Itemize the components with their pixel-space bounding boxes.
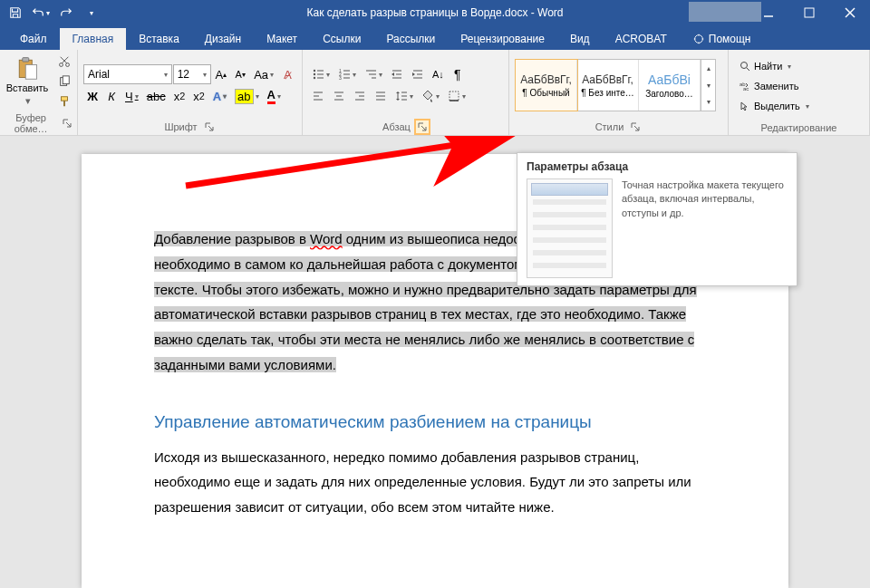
- font-name-selector[interactable]: Arial▾: [83, 64, 172, 84]
- sort-icon[interactable]: A↓: [429, 64, 448, 84]
- svg-text:3: 3: [339, 75, 342, 81]
- align-center-icon[interactable]: [329, 86, 349, 106]
- tab-file[interactable]: Файл: [7, 28, 60, 50]
- gallery-up-icon[interactable]: ▴: [701, 60, 715, 77]
- body-paragraph[interactable]: Исходя из вышесказанного, нередко помимо…: [154, 445, 716, 520]
- tab-home[interactable]: Главная: [60, 28, 127, 50]
- tab-review[interactable]: Рецензирование: [448, 28, 557, 50]
- change-case-icon[interactable]: Aa▾: [250, 64, 277, 84]
- styles-launcher-icon[interactable]: [629, 120, 642, 133]
- select-button[interactable]: Выделить▾: [736, 97, 813, 115]
- document-heading[interactable]: Управление автоматическим разбиением на …: [154, 412, 716, 432]
- tab-mailings[interactable]: Рассылки: [373, 28, 448, 50]
- quick-access-toolbar: ▾ ▾: [0, 1, 107, 24]
- tab-references[interactable]: Ссылки: [310, 28, 373, 50]
- line-spacing-icon[interactable]: ▾: [392, 86, 417, 106]
- gallery-more-icon[interactable]: ▾: [701, 93, 715, 111]
- multilevel-icon[interactable]: ▾: [361, 64, 386, 84]
- show-marks-icon[interactable]: ¶: [449, 64, 467, 84]
- svg-rect-14: [63, 101, 65, 106]
- save-icon[interactable]: [4, 1, 27, 24]
- spell-error: Word: [310, 231, 343, 246]
- tell-me[interactable]: Помощн: [680, 28, 764, 50]
- font-size-selector[interactable]: 12▾: [173, 64, 211, 84]
- subscript-button[interactable]: x2: [170, 86, 189, 106]
- styles-gallery: АаБбВвГг, ¶ Обычный АаБбВвГг, ¶ Без инте…: [515, 59, 716, 111]
- grow-font-icon[interactable]: A▴: [212, 64, 231, 84]
- tooltip-text: Точная настройка макета текущего абзаца,…: [622, 178, 788, 278]
- tab-insert[interactable]: Вставка: [126, 28, 192, 50]
- font-launcher-icon[interactable]: [203, 120, 216, 133]
- svg-point-15: [314, 70, 315, 72]
- find-button[interactable]: Найти▾: [736, 57, 813, 75]
- align-left-icon[interactable]: [308, 86, 328, 106]
- share-area: [689, 2, 761, 22]
- copy-icon[interactable]: [53, 72, 75, 91]
- indent-increase-icon[interactable]: [408, 64, 428, 84]
- ribbon-tabs: Файл Главная Вставка Дизайн Макет Ссылки…: [0, 25, 870, 50]
- clear-format-icon[interactable]: A̷: [278, 64, 296, 84]
- group-editing: Найти▾ abacЗаменить Выделить▾ Редактиров…: [729, 50, 870, 135]
- group-clipboard: Вставить ▾ Буфер обме…: [0, 50, 78, 135]
- svg-rect-12: [63, 75, 69, 83]
- svg-rect-13: [62, 96, 68, 100]
- group-paragraph: ▾ 123▾ ▾ A↓ ¶ ▾ ▾ ▾ А: [303, 50, 509, 135]
- tab-view[interactable]: Вид: [557, 28, 603, 50]
- svg-point-5: [694, 35, 702, 43]
- italic-button[interactable]: К: [102, 86, 121, 106]
- svg-rect-8: [25, 65, 36, 80]
- bold-button[interactable]: Ж: [83, 86, 102, 106]
- strike-button[interactable]: abc: [143, 86, 169, 106]
- tooltip-title: Параметры абзаца: [527, 160, 788, 173]
- align-justify-icon[interactable]: [371, 86, 391, 106]
- format-painter-icon[interactable]: [53, 92, 75, 111]
- gallery-down-icon[interactable]: ▾: [701, 77, 715, 94]
- paste-button[interactable]: Вставить ▾: [5, 52, 49, 111]
- borders-icon[interactable]: ▾: [444, 86, 469, 106]
- shading-icon[interactable]: ▾: [418, 86, 443, 106]
- svg-rect-2: [805, 8, 814, 17]
- text-effects-icon[interactable]: A▾: [209, 86, 230, 106]
- qat-customize-icon[interactable]: ▾: [80, 1, 103, 24]
- svg-rect-7: [23, 58, 29, 62]
- maximize-icon[interactable]: [788, 0, 829, 25]
- cut-icon[interactable]: [53, 53, 75, 71]
- paragraph-launcher-icon[interactable]: [416, 120, 429, 133]
- font-color-icon[interactable]: A▾: [264, 86, 285, 106]
- underline-button[interactable]: Ч▾: [121, 86, 142, 106]
- style-no-spacing[interactable]: АаБбВвГг, ¶ Без инте…: [577, 60, 639, 111]
- align-right-icon[interactable]: [350, 86, 370, 106]
- svg-line-55: [747, 68, 749, 71]
- style-heading1[interactable]: АаБбВі Заголово…: [639, 60, 701, 111]
- numbering-icon[interactable]: 123▾: [334, 64, 360, 84]
- svg-point-19: [314, 77, 315, 79]
- bullets-icon[interactable]: ▾: [308, 64, 334, 84]
- close-icon[interactable]: [829, 0, 870, 25]
- shrink-font-icon[interactable]: A▾: [231, 64, 249, 84]
- redo-icon[interactable]: [54, 1, 78, 24]
- svg-point-54: [741, 63, 748, 69]
- svg-rect-52: [450, 92, 459, 101]
- svg-point-17: [314, 73, 315, 75]
- style-normal[interactable]: АаБбВвГг, ¶ Обычный: [516, 60, 577, 111]
- superscript-button[interactable]: x2: [189, 86, 208, 106]
- replace-button[interactable]: abacЗаменить: [736, 77, 813, 95]
- clipboard-launcher-icon[interactable]: [62, 117, 72, 130]
- title-bar: ▾ ▾ Как сделать разрыв страницы в Ворде.…: [0, 0, 870, 25]
- window-title: Как сделать разрыв страницы в Ворде.docx…: [306, 6, 563, 19]
- tab-design[interactable]: Дизайн: [192, 28, 254, 50]
- group-styles: АаБбВвГг, ¶ Обычный АаБбВвГг, ¶ Без инте…: [509, 50, 729, 135]
- svg-point-10: [66, 63, 70, 66]
- group-font: Arial▾ 12▾ A▴ A▾ Aa▾ A̷ Ж К Ч▾ abc x2 x2…: [78, 50, 303, 135]
- tooltip-preview-icon: [527, 178, 613, 278]
- svg-point-9: [60, 63, 63, 66]
- paragraph-tooltip: Параметры абзаца Точная настройка макета…: [517, 152, 798, 286]
- ribbon: Вставить ▾ Буфер обме… Arial▾ 12▾ A▴ A▾ …: [0, 50, 870, 136]
- highlight-icon[interactable]: ab▾: [231, 86, 262, 106]
- undo-icon[interactable]: ▾: [29, 1, 53, 24]
- tab-layout[interactable]: Макет: [254, 28, 310, 50]
- indent-decrease-icon[interactable]: [387, 64, 407, 84]
- tab-acrobat[interactable]: ACROBAT: [603, 28, 680, 50]
